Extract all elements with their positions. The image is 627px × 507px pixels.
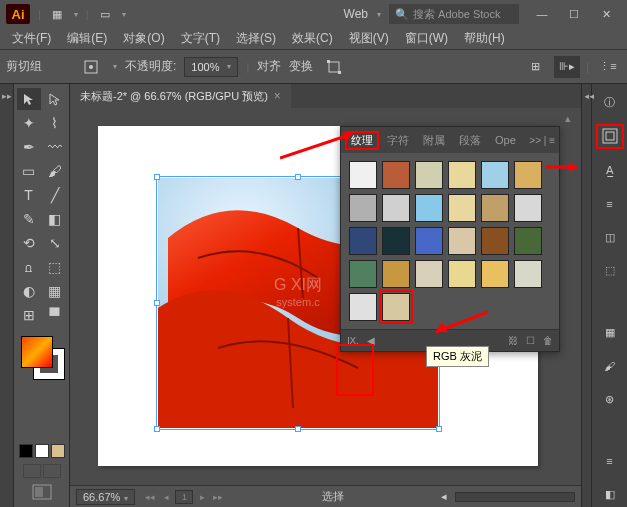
menu-effect[interactable]: 效果(C) [286, 28, 339, 49]
panel-tab-texture[interactable]: 纹理 [345, 131, 379, 150]
swatch-item[interactable] [382, 194, 410, 222]
swatch-item[interactable] [448, 194, 476, 222]
swatch-item[interactable] [481, 194, 509, 222]
swatch-item[interactable] [415, 194, 443, 222]
rail-stroke-icon[interactable]: ≡ [596, 448, 624, 474]
icon-snap[interactable]: ⊪▸ [554, 56, 580, 78]
footer-trash-icon[interactable]: 🗑 [543, 335, 553, 346]
screen-mode[interactable] [23, 464, 61, 478]
transform-icon[interactable] [321, 56, 347, 78]
panel-tab-attach[interactable]: 附属 [417, 131, 451, 150]
swatch-item[interactable] [514, 227, 542, 255]
swatch-item[interactable] [415, 227, 443, 255]
tool-direct-select[interactable] [43, 88, 67, 110]
swatch-item[interactable] [481, 260, 509, 288]
tool-selection[interactable] [17, 88, 41, 110]
align-link[interactable]: 对齐 [257, 58, 281, 75]
footer-break-icon[interactable]: ⛓ [508, 335, 518, 346]
icon-grid[interactable]: ⊞ [522, 56, 548, 78]
tool-line[interactable]: ╱ [43, 184, 67, 206]
tool-lasso[interactable]: ⌇ [43, 112, 67, 134]
swatch-item[interactable] [448, 161, 476, 189]
tool-perspective[interactable]: ▦ [43, 280, 67, 302]
transform-link[interactable]: 变换 [289, 58, 313, 75]
rail-swatch-icon[interactable]: ▦ [596, 319, 624, 345]
tool-brush[interactable]: 🖌 [43, 160, 67, 182]
panel-tab-char[interactable]: 字符 [381, 131, 415, 150]
tool-shape-builder[interactable]: ◐ [17, 280, 41, 302]
menu-help[interactable]: 帮助(H) [458, 28, 511, 49]
tool-width[interactable]: ⩍ [17, 256, 41, 278]
tool-rect[interactable]: ▭ [17, 160, 41, 182]
swatch-item[interactable] [481, 227, 509, 255]
tool-free-transform[interactable]: ⬚ [43, 256, 67, 278]
rail-brush-icon[interactable]: 🖌 [596, 353, 624, 379]
bridge-icon[interactable]: ▦ [49, 6, 65, 22]
tool-gradient[interactable]: ▀ [43, 304, 67, 326]
rail-gradient-icon[interactable]: ◧ [596, 481, 624, 507]
swatch-item[interactable] [349, 194, 377, 222]
scroll-left-icon[interactable]: ◂ [441, 490, 447, 503]
menu-type[interactable]: 文字(T) [175, 28, 226, 49]
swatch-item[interactable] [448, 227, 476, 255]
doc-tab[interactable]: 未标题-2* @ 66.67% (RGB/GPU 预览) × [70, 84, 291, 108]
swatch-item[interactable] [382, 260, 410, 288]
screen-mode-btn[interactable] [32, 484, 52, 500]
tool-wand[interactable]: ✦ [17, 112, 41, 134]
tool-eraser[interactable]: ◧ [43, 208, 67, 230]
zoom-field[interactable]: 66.67% ▾ [76, 489, 135, 505]
color-mode-row[interactable] [19, 444, 65, 458]
isolate-icon[interactable] [78, 56, 104, 78]
rail-collapse[interactable]: ▸▸ [581, 84, 591, 507]
tool-scale[interactable]: ⤡ [43, 232, 67, 254]
footer-prev-icon[interactable]: ◀ [367, 335, 375, 346]
panel-tab-opentype[interactable]: Ope [489, 132, 522, 148]
panel-tab-para[interactable]: 段落 [453, 131, 487, 150]
tool-curvature[interactable]: 〰 [43, 136, 67, 158]
canvas-scroll-up[interactable]: ▴ [565, 112, 579, 126]
rail-align-icon[interactable]: ≡ [596, 191, 624, 217]
maximize-button[interactable]: ☐ [559, 3, 589, 25]
tool-rotate[interactable]: ⟲ [17, 232, 41, 254]
menu-window[interactable]: 窗口(W) [399, 28, 454, 49]
close-button[interactable]: ✕ [591, 3, 621, 25]
workspace-label[interactable]: Web [344, 7, 368, 21]
swatch-item[interactable] [349, 293, 377, 321]
swatch-item[interactable] [382, 293, 410, 321]
minimize-button[interactable]: — [527, 3, 557, 25]
arrange-icon[interactable]: ▭ [97, 6, 113, 22]
swatch-item[interactable] [514, 194, 542, 222]
rail-transform-icon[interactable]: ⬚ [596, 258, 624, 284]
menu-object[interactable]: 对象(O) [117, 28, 170, 49]
rail-symbol-icon[interactable]: ⊛ [596, 387, 624, 413]
h-scrollbar[interactable] [455, 492, 575, 502]
swatch-item[interactable] [349, 260, 377, 288]
tool-mesh[interactable]: ⊞ [17, 304, 41, 326]
fill-stroke-swatch[interactable] [19, 334, 65, 394]
rail-properties-icon[interactable]: ⓘ [596, 90, 624, 116]
swatch-item[interactable] [481, 161, 509, 189]
swatch-item[interactable] [382, 227, 410, 255]
tool-pencil[interactable]: ✎ [17, 208, 41, 230]
swatch-item[interactable] [448, 260, 476, 288]
swatch-item[interactable] [415, 260, 443, 288]
icon-settings[interactable]: ⋮≡ [595, 56, 621, 78]
tool-type[interactable]: T [17, 184, 41, 206]
close-icon[interactable]: × [274, 89, 281, 103]
swatch-item[interactable] [382, 161, 410, 189]
rail-char-icon[interactable]: A̲ [596, 157, 624, 183]
left-collapse[interactable]: ▸▸ [0, 84, 14, 507]
menu-view[interactable]: 视图(V) [343, 28, 395, 49]
search-stock[interactable]: 🔍 搜索 Adobe Stock [389, 4, 519, 24]
swatch-item[interactable] [349, 227, 377, 255]
artboard-nav[interactable]: ◂◂◂ 1 ▸▸▸ [143, 490, 225, 504]
rail-libraries-icon[interactable] [596, 124, 624, 150]
menu-edit[interactable]: 编辑(E) [61, 28, 113, 49]
opacity-field[interactable]: 100%▾ [184, 57, 238, 77]
menu-select[interactable]: 选择(S) [230, 28, 282, 49]
swatch-item[interactable] [349, 161, 377, 189]
rail-pathfinder-icon[interactable]: ◫ [596, 224, 624, 250]
swatch-item[interactable] [415, 161, 443, 189]
swatch-item[interactable] [514, 161, 542, 189]
panel-menu-icon[interactable]: >> | ≡ [529, 135, 555, 146]
